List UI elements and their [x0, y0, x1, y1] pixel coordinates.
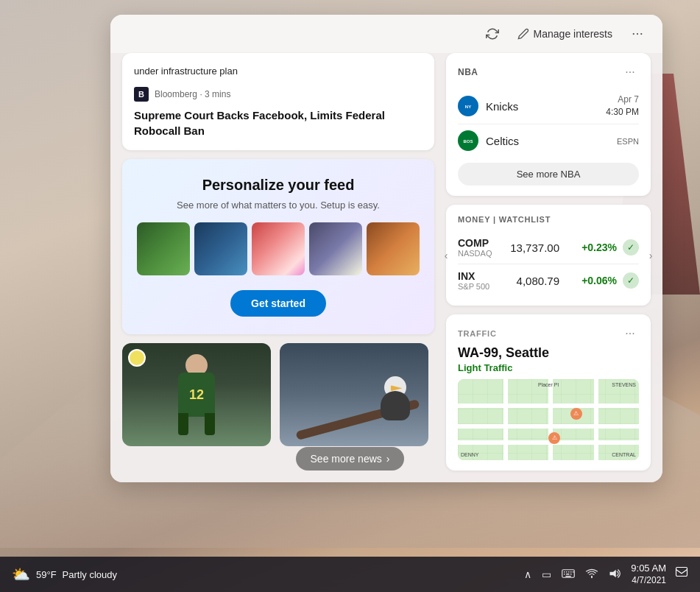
- svg-rect-12: [573, 571, 574, 573]
- personalize-subtitle: See more of what matters to you. Setup i…: [137, 200, 420, 211]
- taskbar-weather: ⛅ 59°F Partly cloudy: [12, 565, 117, 583]
- svg-text:NY: NY: [465, 105, 471, 109]
- stock-info-comp: COMP NASDAQ: [458, 237, 495, 258]
- game-network: ESPN: [617, 137, 639, 146]
- traffic-category: TRAFFIC: [458, 329, 497, 338]
- traffic-status: Light Traffic: [458, 362, 639, 373]
- see-more-news-arrow: ›: [386, 453, 390, 465]
- map-label-denny: DENNY: [461, 452, 479, 457]
- svg-rect-14: [566, 574, 570, 575]
- traffic-header: TRAFFIC ···: [458, 325, 639, 342]
- taskbar-volume-icon[interactable]: [609, 568, 622, 581]
- game-divider: [458, 124, 639, 124]
- personalize-card: Personalize your feed See more of what m…: [122, 159, 434, 334]
- stock-check-comp[interactable]: ✓: [623, 239, 639, 256]
- source-time: 3 mins: [205, 89, 230, 99]
- celtics-name: Celtics: [486, 135, 609, 147]
- taskbar-display-icon[interactable]: ▭: [542, 568, 551, 580]
- see-more-news-label: See more news: [311, 453, 382, 465]
- stock-change-inx: +0.06%: [565, 275, 617, 286]
- stock-exchange-inx: S&P 500: [458, 282, 495, 291]
- weather-temp: 59°F: [36, 569, 57, 580]
- game-time: 4:30 PM: [606, 107, 639, 117]
- traffic-more-button[interactable]: ···: [621, 325, 639, 342]
- traffic-map[interactable]: ⚠ ⚠ STEVENS CENTRAL DENNY Placer Pl: [458, 379, 639, 460]
- svg-rect-13: [564, 574, 565, 575]
- svg-rect-8: [564, 571, 565, 573]
- get-started-button[interactable]: Get started: [230, 290, 326, 317]
- svg-point-1: [637, 33, 638, 35]
- date-display: 4/7/2021: [631, 575, 666, 587]
- taskbar-notification-icon[interactable]: [675, 566, 688, 582]
- stock-symbol-inx: INX: [458, 270, 495, 282]
- svg-point-0: [633, 33, 634, 35]
- svg-marker-17: [610, 569, 616, 577]
- stock-divider: [458, 264, 639, 264]
- stock-row-inx: INX S&P 500 4,080.79 +0.06% ✓: [458, 266, 639, 295]
- celtics-logo: BOS: [458, 130, 478, 151]
- money-card: ‹ MONEY | WATCHLIST COMP NASDAQ 13,737.0…: [446, 205, 651, 306]
- svg-rect-15: [570, 574, 572, 575]
- sports-card-eagle[interactable]: [280, 343, 428, 446]
- nba-more-button[interactable]: ···: [621, 63, 639, 81]
- traffic-location: WA-99, Seattle: [458, 345, 639, 361]
- stock-row-comp: COMP NASDAQ 13,737.00 +0.23% ✓: [458, 233, 639, 262]
- widget-content: under infrastructure plan B Bloomberg · …: [110, 53, 662, 482]
- see-more-news-button[interactable]: See more news ›: [296, 447, 405, 471]
- bottom-cards: 12: [122, 343, 434, 446]
- taskbar-chevron-icon[interactable]: ∧: [524, 568, 531, 580]
- personalize-images: [137, 222, 420, 275]
- game-date: Apr 7: [606, 94, 639, 105]
- knicks-logo: NY: [458, 96, 478, 116]
- nba-card-header: NBA ···: [458, 63, 639, 81]
- source-icon: B: [134, 87, 149, 102]
- watchlist-nav-left[interactable]: ‹: [437, 247, 455, 264]
- time-display: 9:05 AM: [631, 563, 666, 575]
- watchlist-nav-right[interactable]: ›: [642, 247, 660, 264]
- manage-interests-label: Manage interests: [534, 28, 612, 40]
- news-headline: under infrastructure plan: [134, 65, 423, 78]
- svg-rect-11: [570, 571, 572, 573]
- personalize-image-3: [252, 222, 305, 275]
- stock-info-inx: INX S&P 500: [458, 270, 495, 291]
- taskbar-wifi-icon[interactable]: [585, 568, 598, 581]
- traffic-card: TRAFFIC ··· WA-99, Seattle Light Traffic…: [446, 314, 651, 471]
- svg-rect-9: [566, 571, 568, 573]
- map-label-placer: Placer Pl: [538, 382, 559, 387]
- map-road-v3: [594, 379, 598, 460]
- svg-rect-18: [676, 568, 687, 577]
- map-label-stevens: STEVENS: [612, 382, 636, 387]
- widget-toolbar: Manage interests: [110, 15, 662, 53]
- weather-icon: ⛅: [12, 565, 30, 583]
- stock-symbol-comp: COMP: [458, 237, 495, 249]
- widget-panel: Manage interests under infrastructure pl…: [110, 15, 662, 482]
- stock-price-inx: 4,080.79: [501, 275, 559, 287]
- knicks-name: Knicks: [486, 100, 598, 113]
- stock-price-comp: 13,737.00: [501, 242, 559, 254]
- personalize-title: Personalize your feed: [137, 177, 420, 194]
- personalize-image-4: [309, 222, 362, 275]
- map-road-v1: [503, 379, 508, 460]
- map-label-central: CENTRAL: [612, 452, 636, 457]
- taskbar-time[interactable]: 9:05 AM 4/7/2021: [631, 563, 666, 586]
- manage-interests-button[interactable]: Manage interests: [512, 25, 618, 43]
- personalize-image-5: [367, 222, 420, 275]
- weather-desc: Partly cloudy: [63, 569, 117, 580]
- stock-check-inx[interactable]: ✓: [623, 272, 639, 289]
- news-source: B Bloomberg · 3 mins: [134, 87, 423, 102]
- stock-change-comp: +0.23%: [565, 242, 617, 253]
- taskbar-keyboard-icon[interactable]: [562, 568, 575, 580]
- source-text: Bloomberg · 3 mins: [155, 89, 230, 99]
- svg-rect-10: [568, 571, 570, 573]
- see-more-nba-button[interactable]: See more NBA: [458, 163, 639, 186]
- stock-exchange-comp: NASDAQ: [458, 249, 495, 258]
- svg-point-2: [640, 33, 642, 35]
- watchlist-title: MONEY | WATCHLIST: [458, 215, 639, 224]
- more-options-button[interactable]: [627, 24, 648, 44]
- game-network-info: ESPN: [617, 134, 639, 147]
- personalize-image-1: [137, 222, 190, 275]
- refresh-button[interactable]: [482, 24, 503, 44]
- sports-card-football[interactable]: 12: [122, 343, 271, 446]
- svg-text:BOS: BOS: [463, 139, 473, 144]
- map-marker-1: ⚠: [570, 408, 582, 420]
